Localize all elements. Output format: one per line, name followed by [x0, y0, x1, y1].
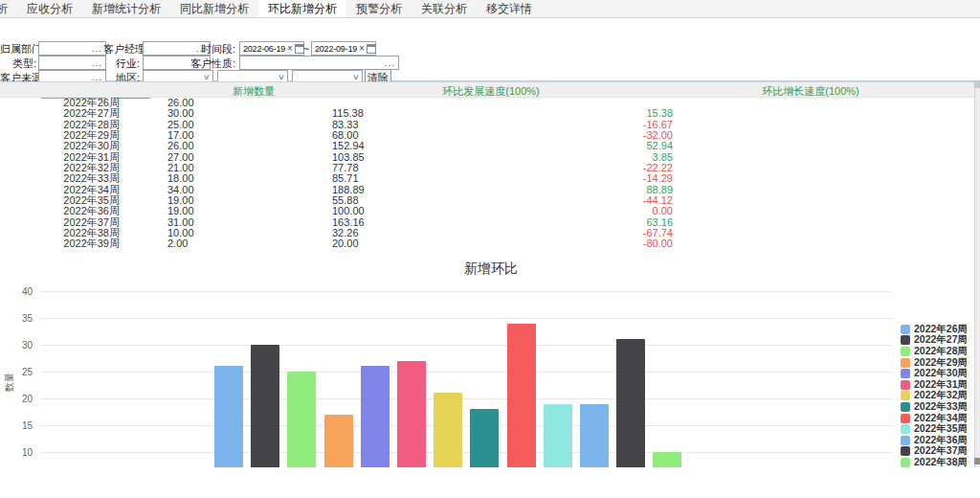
row-growth-speed-value: 15.38 [612, 108, 673, 119]
ellipsis-icon: ... [92, 44, 102, 54]
table-row: 2022年34周34.00188.8988.89 [0, 185, 974, 195]
table-row: 2022年33周18.0085.71-14.29 [0, 173, 974, 184]
table-row: 2022年27周30.00115.3815.38 [0, 108, 974, 119]
tab-环比新增分析[interactable]: 环比新增分析 [258, 0, 346, 18]
row-dev-speed-value: 20.00 [332, 238, 359, 249]
chart-bar-2022年26周[interactable] [214, 366, 243, 467]
row-dev-speed-value: 85.71 [332, 173, 359, 184]
row-growth-speed-value: 52.94 [612, 141, 673, 151]
chart-legend: 2022年26周2022年27周2022年28周2022年29周2022年30周… [901, 324, 979, 468]
tab-新增统计分析[interactable]: 新增统计分析 [82, 0, 170, 18]
chart-bar-2022年36周[interactable] [580, 404, 609, 467]
clear-date-icon[interactable]: × [359, 44, 365, 54]
row-dev-speed-value: 152.94 [332, 141, 365, 151]
tab-预警分析[interactable]: 预警分析 [346, 0, 412, 18]
date-from-value: 2022-06-19 [243, 44, 285, 54]
legend-swatch [901, 391, 910, 400]
row-dev-speed-value: 115.38 [332, 108, 364, 119]
legend-swatch [901, 335, 910, 345]
legend-swatch [901, 424, 910, 434]
table-body: 2022年26周26.002022年27周30.00115.3815.38202… [0, 98, 974, 250]
ellipsis-icon: ... [92, 58, 102, 68]
col-header-dev-speed: 环比发展速度(100%) [414, 84, 568, 99]
row-qty-value: 2.00 [167, 238, 188, 249]
chart-bar-2022年37周[interactable] [616, 339, 645, 467]
row-week-label: 2022年27周 [38, 108, 120, 119]
tab-同比新增分析[interactable]: 同比新增分析 [170, 0, 258, 18]
chart-ytick-label: 20 [8, 394, 33, 404]
legend-swatch [901, 436, 910, 445]
chart-gridline [40, 452, 892, 453]
legend-swatch [901, 380, 910, 390]
scrollbar-up-arrow[interactable] [974, 81, 980, 88]
table-row: 2022年28周25.0083.33-16.67 [0, 120, 974, 130]
date-from-input[interactable]: 2022-06-19 × [239, 41, 304, 56]
industry-label: 行业: [103, 57, 140, 71]
chart-ytick-label: 10 [8, 447, 33, 458]
chart-ytick-label: 30 [8, 340, 33, 351]
table-row: 2022年30周26.00152.9452.94 [0, 141, 974, 151]
chart-bar-2022年29周[interactable] [324, 415, 353, 467]
clear-date-icon[interactable]: × [287, 44, 293, 54]
chart-bar-2022年38周[interactable] [653, 452, 681, 467]
legend-swatch [901, 347, 910, 356]
app-window: 析应收分析新增统计分析同比新增分析环比新增分析预警分析关联分析移交详情 归属部门… [0, 0, 980, 498]
legend-swatch [901, 446, 910, 456]
chart-title: 新增环比 [118, 260, 864, 278]
date-to-input[interactable]: 2022-09-19 × [311, 41, 376, 56]
dept-label: 归属部门: [0, 42, 36, 57]
chart-bar-2022年28周[interactable] [287, 372, 316, 467]
col-header-growth-speed: 环比增长速度(100%) [734, 84, 887, 99]
dept-input[interactable]: ... [38, 41, 106, 56]
tab-析[interactable]: 析 [0, 0, 17, 18]
chart-bar-2022年34周[interactable] [507, 324, 536, 467]
chart-ytick-label: 15 [8, 420, 33, 431]
nature-input[interactable]: ... [239, 56, 399, 70]
filter-panel: 归属部门: ... 客户经理: ... 时间段: 2022-06-19 × ~ … [0, 18, 980, 81]
ellipsis-icon: ... [92, 73, 102, 82]
row-qty-value: 26.00 [167, 141, 194, 151]
chart-bar-2022年31周[interactable] [397, 361, 426, 467]
tab-bar: 析应收分析新增统计分析同比新增分析环比新增分析预警分析关联分析移交详情 [0, 0, 980, 18]
calendar-icon[interactable] [367, 44, 376, 54]
chart-gridline [40, 318, 892, 319]
chart-bar-2022年27周[interactable] [251, 345, 279, 467]
chart-gridline [40, 345, 892, 346]
chart-ytick-label: 40 [8, 286, 33, 297]
row-week-label: 2022年39周 [38, 238, 120, 249]
table-row: 2022年39周2.0020.00-80.00 [0, 238, 974, 249]
chevron-down-icon: ∨ [278, 73, 285, 81]
chart-gridline [40, 425, 892, 426]
row-week-label: 2022年33周 [38, 173, 120, 184]
table-row: 2022年37周31.00163.1663.16 [0, 217, 974, 228]
chart-bar-2022年30周[interactable] [361, 366, 390, 467]
period-label: 时间段: [199, 42, 235, 57]
chevron-down-icon: ∨ [352, 73, 360, 81]
legend-swatch [901, 458, 910, 467]
tab-应收分析[interactable]: 应收分析 [17, 0, 82, 18]
row-growth-speed-value: -14.29 [612, 173, 673, 184]
tab-移交详情[interactable]: 移交详情 [477, 0, 542, 18]
chart-yaxis-title: 数量 [3, 373, 16, 392]
vertical-scrollbar[interactable] [974, 81, 980, 467]
row-week-label: 2022年30周 [38, 141, 120, 151]
table-row: 2022年31周27.00103.853.85 [0, 152, 974, 163]
legend-label: 2022年39周 [914, 467, 968, 468]
type-input[interactable]: ... [38, 56, 106, 70]
chart-bar-2022年35周[interactable] [544, 404, 572, 467]
col-header-qty: 新增数量 [206, 84, 301, 99]
chevron-down-icon: ∨ [203, 73, 211, 81]
legend-swatch [901, 402, 910, 412]
row-qty-value: 30.00 [167, 108, 194, 119]
row-qty-value: 18.00 [167, 173, 194, 184]
chart-bar-2022年32周[interactable] [434, 393, 462, 467]
chart-bar-2022年33周[interactable] [470, 409, 499, 467]
date-range-tilde: ~ [302, 42, 310, 57]
chart-gridline [40, 398, 892, 399]
table-row: 2022年26周26.00 [0, 98, 974, 108]
chart-gridline [40, 372, 892, 373]
table-row: 2022年38周10.0032.26-67.74 [0, 228, 974, 238]
tab-关联分析[interactable]: 关联分析 [412, 0, 477, 18]
date-to-value: 2022-09-19 [315, 44, 357, 54]
scrollbar-down-arrow[interactable] [974, 458, 980, 464]
